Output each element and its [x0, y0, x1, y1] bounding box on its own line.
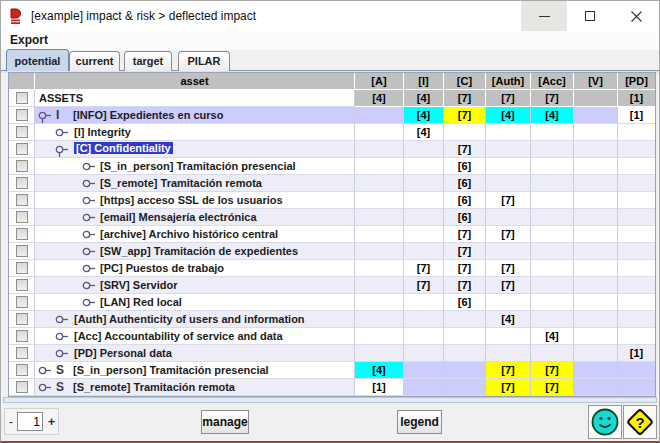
row-checkbox[interactable] [16, 279, 28, 291]
value-cell-pd[interactable] [618, 260, 655, 277]
value-cell-a[interactable] [355, 345, 404, 362]
value-cell-i[interactable] [404, 158, 444, 175]
row-checkbox[interactable] [16, 364, 28, 376]
asset-label[interactable]: [Acc] Accountability of service and data [74, 330, 283, 342]
legend-button[interactable]: legend [397, 410, 442, 434]
asset-label[interactable]: [LAN] Red local [100, 296, 182, 308]
value-cell-pd[interactable] [618, 124, 655, 141]
value-cell-pd[interactable] [618, 362, 655, 379]
value-cell-acc[interactable] [531, 158, 574, 175]
value-cell-auth[interactable] [486, 209, 531, 226]
value-cell-i[interactable] [404, 362, 444, 379]
value-cell-pd[interactable] [618, 328, 655, 345]
value-cell-a[interactable] [355, 141, 404, 158]
value-cell-i[interactable] [404, 243, 444, 260]
value-cell-pd[interactable] [618, 209, 655, 226]
value-cell-c[interactable]: [7] [444, 107, 486, 124]
tree-expand-handle[interactable] [82, 230, 96, 243]
tree-expand-handle[interactable] [55, 332, 69, 345]
asset-label[interactable]: [email] Mensajería electrónica [100, 211, 257, 223]
value-cell-auth[interactable] [486, 141, 531, 158]
smiley-button[interactable] [588, 405, 622, 439]
row-checkbox[interactable] [16, 211, 28, 223]
value-cell-v[interactable] [574, 175, 618, 192]
value-cell-i[interactable]: [7] [404, 260, 444, 277]
value-cell-auth[interactable]: [7] [486, 277, 531, 294]
manage-button[interactable]: manage [201, 410, 249, 434]
value-cell-i[interactable] [404, 209, 444, 226]
value-cell-v[interactable] [574, 107, 618, 124]
value-cell-a[interactable] [355, 175, 404, 192]
value-cell-pd[interactable] [618, 294, 655, 311]
value-cell-i[interactable] [404, 226, 444, 243]
row-checkbox[interactable] [16, 296, 28, 308]
value-cell-v[interactable] [574, 209, 618, 226]
value-cell-i[interactable] [404, 311, 444, 328]
value-cell-auth[interactable]: [7] [486, 226, 531, 243]
row-checkbox[interactable] [16, 330, 28, 342]
value-cell-v[interactable] [574, 277, 618, 294]
tree-expand-handle[interactable] [82, 264, 96, 277]
value-cell-i[interactable] [404, 175, 444, 192]
asset-label[interactable]: [S_in_person] Tramitación presencial [100, 160, 296, 172]
row-checkbox[interactable] [16, 177, 28, 189]
asset-label[interactable]: ASSETS [39, 92, 83, 104]
value-cell-c[interactable] [444, 379, 486, 396]
value-cell-auth[interactable] [486, 345, 531, 362]
tree-expand-handle[interactable] [82, 179, 96, 192]
value-cell-pd[interactable] [618, 277, 655, 294]
help-button[interactable]: ? [623, 405, 657, 439]
value-cell-i[interactable]: [4] [404, 124, 444, 141]
value-cell-acc[interactable] [531, 175, 574, 192]
value-cell-a[interactable]: [4] [355, 362, 404, 379]
tree-expand-handle[interactable] [82, 247, 96, 260]
value-cell-a[interactable] [355, 294, 404, 311]
value-cell-pd[interactable] [618, 175, 655, 192]
asset-label[interactable]: [Auth] Authenticity of users and informa… [74, 313, 305, 325]
value-cell-a[interactable] [355, 277, 404, 294]
value-cell-auth[interactable]: [4] [486, 107, 531, 124]
value-cell-auth[interactable] [486, 328, 531, 345]
value-cell-pd[interactable] [618, 379, 655, 396]
value-cell-a[interactable] [355, 158, 404, 175]
spinner-increment[interactable]: + [48, 415, 55, 429]
asset-label[interactable]: [S_in_person] Tramitación presencial [73, 364, 269, 376]
value-cell-acc[interactable] [531, 124, 574, 141]
value-cell-i[interactable] [404, 192, 444, 209]
value-cell-c[interactable] [444, 345, 486, 362]
value-cell-a[interactable]: [1] [355, 379, 404, 396]
value-cell-c[interactable]: [6] [444, 192, 486, 209]
asset-label[interactable]: [SW_app] Tramitación de expedientes [100, 245, 298, 257]
value-cell-c[interactable]: [6] [444, 175, 486, 192]
row-checkbox[interactable] [16, 160, 28, 172]
value-cell-c[interactable]: [6] [444, 294, 486, 311]
value-cell-acc[interactable] [531, 294, 574, 311]
asset-label[interactable]: [PD] Personal data [74, 347, 172, 359]
value-cell-acc[interactable] [531, 260, 574, 277]
value-cell-c[interactable]: [7] [444, 90, 486, 107]
tree-expand-handle[interactable] [82, 298, 96, 311]
value-cell-acc[interactable] [531, 192, 574, 209]
value-cell-auth[interactable]: [7] [486, 362, 531, 379]
tree-expand-handle[interactable] [82, 162, 96, 175]
value-cell-a[interactable] [355, 243, 404, 260]
value-cell-a[interactable] [355, 192, 404, 209]
tree-collapse-handle[interactable] [55, 145, 69, 158]
asset-label[interactable]: [PC] Puestos de trabajo [100, 262, 224, 274]
row-checkbox[interactable] [16, 109, 28, 121]
value-cell-pd[interactable]: [1] [618, 345, 655, 362]
value-cell-v[interactable] [574, 328, 618, 345]
spinner-value-input[interactable] [17, 412, 43, 431]
tab-current[interactable]: current [69, 51, 120, 71]
value-cell-acc[interactable]: [7] [531, 90, 574, 107]
value-cell-c[interactable]: [7] [444, 226, 486, 243]
value-cell-acc[interactable] [531, 345, 574, 362]
value-cell-a[interactable] [355, 124, 404, 141]
menu-export[interactable]: Export [10, 33, 48, 47]
tree-expand-handle[interactable] [55, 349, 69, 362]
tree-expand-handle[interactable] [82, 196, 96, 209]
value-cell-acc[interactable] [531, 209, 574, 226]
maximize-button[interactable] [567, 1, 613, 31]
value-cell-acc[interactable]: [4] [531, 328, 574, 345]
value-cell-c[interactable] [444, 311, 486, 328]
